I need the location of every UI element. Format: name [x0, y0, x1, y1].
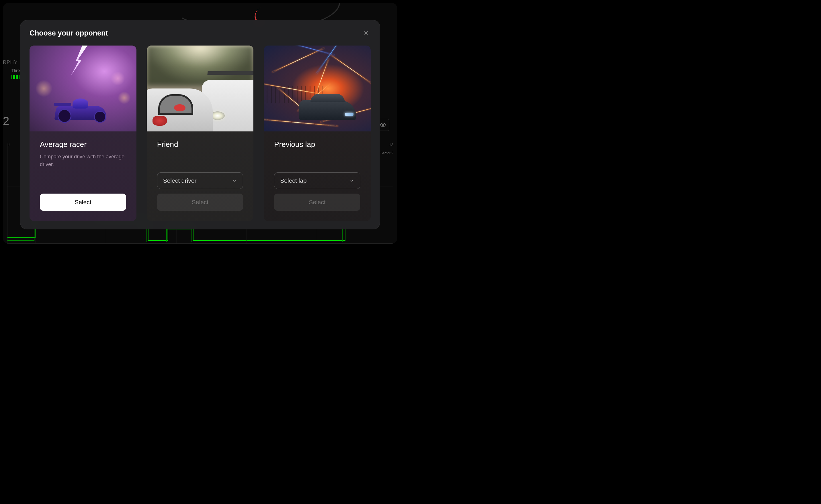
card-image-average-racer — [30, 46, 136, 131]
card-title: Average racer — [40, 140, 126, 149]
opponent-card-average-racer: Average racer Compare your drive with th… — [30, 46, 136, 221]
card-title: Friend — [157, 140, 244, 149]
opponent-card-friend: Friend Select driver Select — [147, 46, 254, 221]
close-icon — [363, 30, 369, 36]
select-driver-dropdown[interactable]: Select driver — [157, 172, 244, 189]
opponent-cards-container: Average racer Compare your drive with th… — [30, 46, 371, 221]
card-description: Compare your drive with the average driv… — [40, 153, 126, 168]
dropdown-label: Select driver — [163, 177, 196, 184]
card-image-friend — [147, 46, 254, 131]
dropdown-label: Select lap — [280, 177, 307, 184]
chevron-down-icon — [349, 178, 354, 183]
card-image-previous-lap — [264, 46, 371, 131]
eye-icon — [380, 122, 386, 128]
modal-title: Choose your opponent — [30, 29, 108, 37]
choose-opponent-modal: Choose your opponent Avera — [20, 20, 380, 229]
bg-number-partial: 2 — [3, 115, 9, 127]
chevron-down-icon — [232, 178, 237, 183]
modal-header: Choose your opponent — [30, 28, 371, 38]
card-title: Previous lap — [274, 140, 360, 149]
bg-label-partial: RPHY — [3, 60, 17, 65]
bg-throttle-label: Throt — [11, 68, 21, 73]
close-button[interactable] — [362, 28, 371, 38]
select-button-friend[interactable]: Select — [157, 194, 244, 211]
svg-point-0 — [382, 124, 384, 126]
select-button-previous-lap[interactable]: Select — [274, 194, 360, 211]
select-lap-dropdown[interactable]: Select lap — [274, 172, 360, 189]
select-button-average-racer[interactable]: Select — [40, 194, 126, 211]
opponent-card-previous-lap: Previous lap Select lap Select — [264, 46, 371, 221]
